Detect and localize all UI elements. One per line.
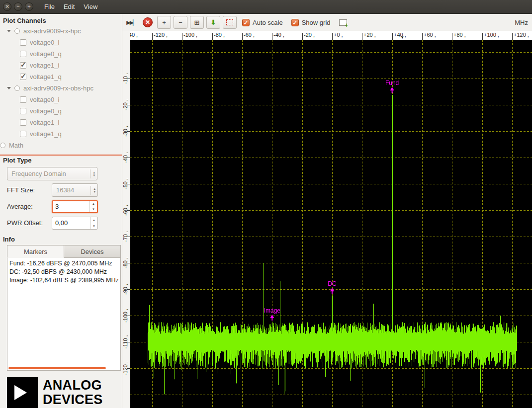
channel-checkbox[interactable] xyxy=(20,39,26,46)
logo-text-line1: ANALOG xyxy=(43,378,103,393)
new-plot-button[interactable] xyxy=(336,16,350,29)
zoom-out-button[interactable]: − xyxy=(174,16,187,29)
show-grid-checkbox[interactable]: ✓ Show grid xyxy=(291,19,331,26)
channel-tree: axi-adrv9009-rx-hpcvoltage0_ivoltage0_qv… xyxy=(0,25,122,151)
plot-type-dropdown[interactable]: Frequency Domain ▴▾ xyxy=(7,167,97,180)
tree-row-axi-adrv9009-rx-hpc[interactable]: axi-adrv9009-rx-hpc xyxy=(0,25,122,37)
device-radio-icon xyxy=(14,85,20,91)
spectrum-plot[interactable] xyxy=(130,40,532,408)
tree-item-label: axi-adrv9009-rx-obs-hpc xyxy=(23,84,93,92)
y-tick-label: -10 , xyxy=(122,69,129,88)
plot-type-value: Frequency Domain xyxy=(11,170,66,177)
logo-text-line2: DEVICES xyxy=(43,393,103,407)
pwr-offset-label: PWR Offset: xyxy=(7,219,52,227)
average-label: Average: xyxy=(7,203,52,210)
x-tick-mark xyxy=(242,33,243,40)
channel-checkbox[interactable] xyxy=(20,96,26,103)
plot-region: ▶▶▏ ✕ + − ⊞ ⬇ ✓ Auto scale ✓ Show grid M… xyxy=(122,14,532,408)
auto-scale-label: Auto scale xyxy=(253,19,283,26)
average-input[interactable] xyxy=(55,203,84,210)
tab-markers[interactable]: Markers xyxy=(7,245,64,258)
checkbox-checked-icon: ✓ xyxy=(291,19,299,26)
device-radio-icon xyxy=(14,28,20,34)
new-plot-icon xyxy=(339,19,347,26)
section-separator xyxy=(0,155,122,156)
horizontal-scroll-indicator[interactable] xyxy=(8,367,106,369)
menu-file[interactable]: File xyxy=(40,1,59,12)
y-tick-label: -20 , xyxy=(122,95,129,115)
tree-row-voltage1-q[interactable]: voltage1_q xyxy=(0,128,122,140)
adi-triangle-icon xyxy=(7,377,38,408)
tab-devices[interactable]: Devices xyxy=(64,245,121,258)
channel-checkbox[interactable] xyxy=(20,51,26,57)
markers-info-panel: Fund: -16,26 dBFS @ 2470,005 MHzDC: -92,… xyxy=(7,258,121,371)
x-tick-mark xyxy=(392,33,393,40)
channel-checkbox[interactable] xyxy=(20,74,26,80)
zoom-fit-button[interactable]: ⊞ xyxy=(190,16,204,29)
save-down-arrow-icon: ⬇ xyxy=(210,18,216,26)
y-tick-label: -60 , xyxy=(122,200,129,220)
info-tabs: Markers Devices xyxy=(7,245,121,258)
y-axis-ruler: -10 ,-20 ,-30 ,-40 ,-50 ,-60 ,-70 ,-80 ,… xyxy=(122,31,130,408)
fullscreen-button[interactable] xyxy=(223,16,237,29)
tree-item-label: voltage1_q xyxy=(30,130,62,138)
x-tick-mark xyxy=(182,33,182,40)
tree-item-label: voltage1_q xyxy=(30,73,62,81)
auto-scale-checkbox[interactable]: ✓ Auto scale xyxy=(242,19,283,26)
marker-readout-list: Fund: -16,26 dBFS @ 2470,005 MHzDC: -92,… xyxy=(9,259,118,285)
x-tick-label: +40 , xyxy=(394,32,406,38)
tree-row-voltage0-i[interactable]: voltage0_i xyxy=(0,37,122,48)
zoom-in-button[interactable]: + xyxy=(157,16,171,29)
expander-icon[interactable] xyxy=(7,30,11,32)
sidebar: Plot Channels axi-adrv9009-rx-hpcvoltage… xyxy=(0,14,122,408)
close-window-button[interactable]: ✕ xyxy=(3,2,11,11)
x-axis-ruler: -140 ,-120 ,-100 ,-80 ,-60 ,-40 ,-20 ,+0… xyxy=(130,31,532,40)
fft-size-value: 16384 xyxy=(56,186,74,194)
marker-readout-line: DC: -92,50 dBFS @ 2430,000 MHz xyxy=(9,268,118,276)
fft-size-label: FFT Size: xyxy=(7,186,52,194)
average-spinbox: ▲▼ xyxy=(52,200,98,213)
stop-capture-button[interactable]: ✕ xyxy=(141,16,155,29)
titlebar: ✕ − + FileEditView xyxy=(0,0,532,14)
tree-item-label: voltage0_q xyxy=(30,50,62,58)
expander-icon[interactable] xyxy=(7,87,11,89)
x-tick-mark xyxy=(422,33,423,40)
menu-view[interactable]: View xyxy=(79,1,102,12)
fft-size-dropdown[interactable]: 16384 ▴▾ xyxy=(52,183,98,197)
x-tick-label: -140 , xyxy=(130,32,138,38)
tree-row-voltage0-q[interactable]: voltage0_q xyxy=(0,105,122,117)
x-tick-mark xyxy=(332,33,333,40)
tree-row-math[interactable]: Math xyxy=(0,140,122,151)
tree-row-voltage1-q[interactable]: voltage1_q xyxy=(0,71,122,82)
tree-row-voltage1-i[interactable]: voltage1_i xyxy=(0,117,122,128)
spinner-arrows-icon[interactable]: ▲▼ xyxy=(90,217,97,229)
pwr-offset-input[interactable] xyxy=(55,219,84,227)
tree-item-label: voltage0_i xyxy=(30,39,59,46)
x-tick-label: -40 , xyxy=(273,32,284,38)
tree-item-label: voltage1_i xyxy=(30,62,59,69)
y-tick-label: -90 , xyxy=(122,279,129,299)
analog-devices-logo: ANALOG DEVICES xyxy=(7,377,122,408)
capture-play-button[interactable]: ▶▶▏ xyxy=(124,16,138,29)
maximize-window-button[interactable]: + xyxy=(25,2,33,11)
spinner-arrows-icon[interactable]: ▲▼ xyxy=(89,201,97,212)
tree-item-label: voltage1_i xyxy=(30,119,59,126)
channel-checkbox[interactable] xyxy=(20,62,26,69)
tree-row-voltage0-i[interactable]: voltage0_i xyxy=(0,94,122,105)
y-tick-label: -30 , xyxy=(122,121,129,141)
channel-checkbox[interactable] xyxy=(20,131,26,137)
x-tick-mark xyxy=(452,33,452,40)
minimize-window-button[interactable]: − xyxy=(14,2,22,11)
tree-row-axi-adrv9009-rx-obs-hpc[interactable]: axi-adrv9009-rx-obs-hpc xyxy=(0,82,122,94)
tree-item-label: Math xyxy=(9,142,23,149)
tree-item-label: voltage0_i xyxy=(30,96,59,103)
x-axis-marker-indicator[interactable]: ▾ xyxy=(401,35,404,40)
show-grid-label: Show grid xyxy=(302,19,331,26)
tree-row-voltage1-i[interactable]: voltage1_i xyxy=(0,60,122,71)
save-capture-button[interactable]: ⬇ xyxy=(206,16,220,29)
channel-checkbox[interactable] xyxy=(20,108,26,114)
tree-row-voltage0-q[interactable]: voltage0_q xyxy=(0,48,122,60)
channel-checkbox[interactable] xyxy=(20,119,26,126)
fullscreen-icon xyxy=(226,19,233,25)
menu-edit[interactable]: Edit xyxy=(59,1,79,12)
